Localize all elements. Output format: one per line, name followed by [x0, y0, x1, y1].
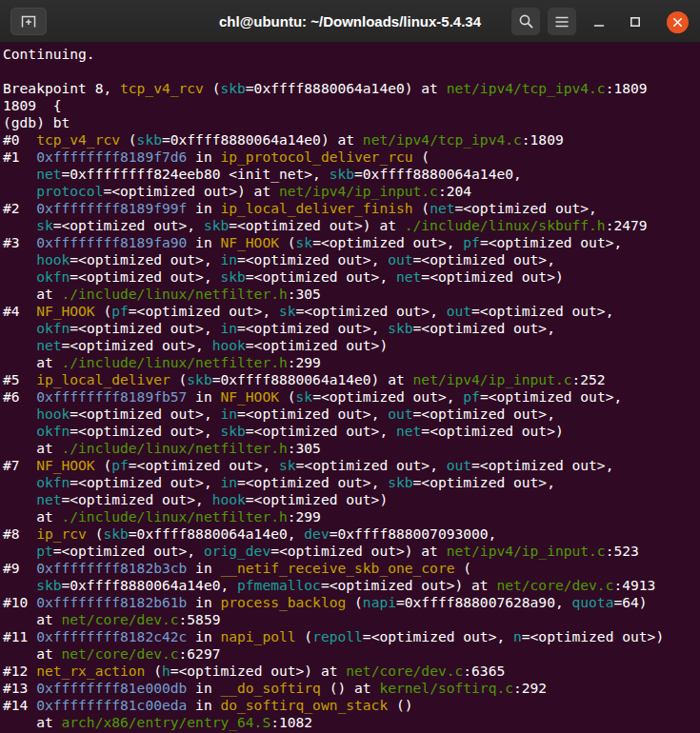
terminal-line: net=<optimized out>, hook=<optimized out… [3, 337, 700, 354]
terminal-line: #3 0xffffffff8189fa90 in NF_HOOK (sk=<op… [3, 234, 700, 251]
terminal-line: at ./include/linux/netfilter.h:299 [3, 354, 700, 371]
terminal-line: #6 0xffffffff8189fb57 in NF_HOOK (sk=<op… [3, 388, 700, 406]
minimize-icon [592, 15, 606, 29]
terminal-line: at ./include/linux/netfilter.h:305 [3, 286, 700, 303]
terminal-line: #9 0xffffffff8182b3cb in __netif_receive… [3, 560, 700, 577]
close-button[interactable] [667, 11, 689, 33]
terminal-line: Breakpoint 8, tcp_v4_rcv (skb=0xffff8880… [3, 80, 700, 97]
terminal-line: #2 0xffffffff8189f99f in ip_local_delive… [3, 200, 700, 217]
terminal-line: #12 net_rx_action (h=<optimized out>) at… [3, 663, 700, 680]
terminal-output: Continuing. Breakpoint 8, tcp_v4_rcv (sk… [3, 46, 700, 731]
terminal-line: at net/core/dev.c:6297 [3, 645, 700, 663]
terminal-line: net=0xffffffff824eeb80 <init_net>, skb=0… [3, 166, 700, 183]
terminal-line: sk=<optimized out>, skb=<optimized out>)… [3, 217, 700, 234]
terminal-screen[interactable]: Continuing. Breakpoint 8, tcp_v4_rcv (sk… [0, 43, 700, 733]
terminal-line: #1 0xffffffff8189f7d6 in ip_protocol_del… [3, 149, 700, 166]
new-tab-button[interactable] [10, 8, 47, 35]
terminal-line: okfn=<optimized out>, in=<optimized out>… [3, 474, 700, 491]
terminal-line: at ./include/linux/netfilter.h:299 [3, 508, 700, 525]
terminal-line: #10 0xffffffff8182b61b in process_backlo… [3, 594, 700, 611]
terminal-line: hook=<optimized out>, in=<optimized out>… [3, 406, 700, 423]
hamburger-icon [554, 15, 570, 29]
terminal-line: #8 ip_rcv (skb=0xffff8880064a14e0, dev=0… [3, 525, 700, 543]
terminal-line: Continuing. [3, 46, 700, 63]
terminal-line: at ./include/linux/netfilter.h:305 [3, 440, 700, 457]
terminal-line: #4 NF_HOOK (pf=<optimized out>, sk=<opti… [3, 303, 700, 320]
terminal-line: okfn=<optimized out>, skb=<optimized out… [3, 268, 700, 286]
menu-button[interactable] [548, 8, 576, 35]
terminal-line: protocol=<optimized out>) at net/ipv4/ip… [3, 183, 700, 200]
maximize-icon [629, 15, 642, 29]
terminal-line: skb=0xffff8880064a14e0, pfmemalloc=<opti… [3, 577, 700, 594]
terminal-line: at arch/x86/entry/entry_64.S:1082 [3, 714, 700, 731]
terminal-line: 1809 { [3, 97, 700, 114]
new-tab-icon [20, 14, 37, 29]
terminal-window: chl@ubuntu: ~/Downloads/linux-5.4.34 [0, 0, 700, 733]
terminal-line: hook=<optimized out>, in=<optimized out>… [3, 251, 700, 268]
terminal-line: #7 NF_HOOK (pf=<optimized out>, sk=<opti… [3, 457, 700, 474]
terminal-line: #5 ip_local_deliver (skb=0xffff8880064a1… [3, 371, 700, 388]
terminal-line [3, 63, 700, 80]
minimize-button[interactable] [588, 10, 610, 33]
search-button[interactable] [511, 8, 540, 35]
terminal-line: #14 0xffffffff81c00eda in do_softirq_own… [3, 697, 700, 714]
terminal-line: net=<optimized out>, hook=<optimized out… [3, 491, 700, 508]
terminal-line: #11 0xffffffff8182c42c in napi_poll (rep… [3, 628, 700, 645]
maximize-button[interactable] [624, 10, 647, 33]
close-icon [671, 16, 684, 29]
titlebar: chl@ubuntu: ~/Downloads/linux-5.4.34 [0, 0, 700, 43]
terminal-line: okfn=<optimized out>, in=<optimized out>… [3, 320, 700, 337]
terminal-line: (gdb) bt [3, 114, 700, 131]
search-icon [518, 13, 534, 30]
terminal-line: pt=<optimized out>, orig_dev=<optimized … [3, 543, 700, 560]
terminal-line: #13 0xffffffff81e000db in __do_softirq (… [3, 680, 700, 697]
terminal-line: okfn=<optimized out>, skb=<optimized out… [3, 423, 700, 440]
terminal-line: at net/core/dev.c:5859 [3, 611, 700, 628]
terminal-line: #0 tcp_v4_rcv (skb=0xffff8880064a14e0) a… [3, 131, 700, 149]
